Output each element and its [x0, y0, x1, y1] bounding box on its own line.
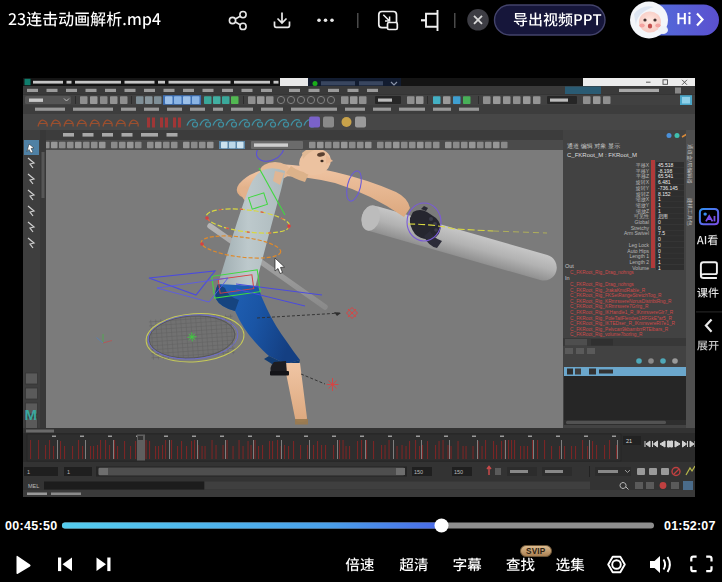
svg-text:SVIP: SVIP: [526, 547, 546, 556]
